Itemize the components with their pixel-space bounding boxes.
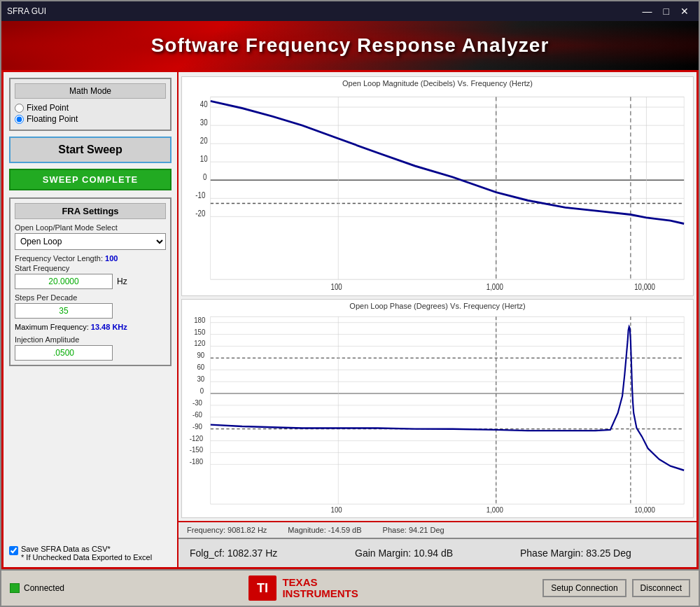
- charts-area: Open Loop Magnitude (Decibels) Vs. Frequ…: [178, 72, 696, 521]
- ph-y-neg60: -60: [192, 410, 202, 419]
- phase-info: Phase: 94.21 Deg: [383, 526, 444, 534]
- disconnect-button[interactable]: Disconnect: [632, 579, 690, 597]
- start-freq-label: Start Frequency: [15, 264, 166, 272]
- mag-y-neg20: -20: [195, 209, 205, 218]
- ph-plot-bg: [211, 316, 684, 504]
- ph-y-neg30: -30: [192, 398, 202, 407]
- mode-select[interactable]: Open Loop Plant Mode: [15, 233, 166, 250]
- frequency-value: 9081.82 Hz: [227, 526, 267, 534]
- magnitude-chart-title: Open Loop Magnitude (Decibels) Vs. Frequ…: [182, 77, 693, 89]
- window-title: SFRA GUI: [7, 6, 46, 16]
- ph-y-180: 180: [194, 316, 205, 324]
- ph-y-90: 90: [197, 351, 204, 359]
- ph-y-neg150: -150: [190, 445, 204, 454]
- inj-amp-label: Injection Amplitude: [15, 335, 166, 344]
- phase-chart-container: Open Loop Phase (Degrees) Vs. Frequency …: [181, 299, 694, 519]
- maximize-button[interactable]: □: [659, 4, 673, 18]
- steps-label: Steps Per Decade: [15, 293, 166, 302]
- magnitude-info: Magnitude: -14.59 dB: [288, 526, 361, 534]
- phase-margin-label: Phase Margin:: [520, 547, 583, 559]
- connected-indicator: [10, 583, 20, 593]
- fixed-point-row: Fixed Point: [15, 103, 166, 113]
- gain-margin-value: 10.94 dB: [414, 547, 453, 559]
- connected-label: Connected: [24, 583, 64, 593]
- magnitude-chart-inner: 40 30 20 10 0 -10 -20: [182, 89, 693, 292]
- csv-label: Save SFRA Data as CSV*: [21, 545, 152, 553]
- frequency-label: Frequency:: [187, 526, 225, 534]
- mag-plot-bg: [211, 97, 684, 280]
- ti-logo-icon: TI: [248, 575, 276, 601]
- max-freq-label: Maximum Frequency:: [15, 323, 89, 331]
- footer-left: Connected: [10, 583, 64, 593]
- start-sweep-button[interactable]: Start Sweep: [9, 137, 172, 163]
- start-freq-input[interactable]: 20.0000: [15, 274, 113, 289]
- main-content: Math Mode Fixed Point Floating Point Sta…: [1, 70, 699, 569]
- svg-text:TI: TI: [257, 581, 268, 595]
- max-freq-row: Maximum Frequency: 13.48 KHz: [15, 323, 166, 331]
- phase-chart-title: Open Loop Phase (Degrees) Vs. Frequency …: [182, 300, 693, 312]
- close-button[interactable]: ✕: [676, 4, 693, 18]
- math-mode-box: Math Mode Fixed Point Floating Point: [9, 78, 172, 131]
- magnitude-label: Magnitude:: [288, 526, 326, 534]
- floating-point-row: Floating Point: [15, 114, 166, 124]
- footer: Connected TI TEXAS INSTRUMENTS Setup Con…: [1, 569, 699, 606]
- gain-margin-label: Gain Margin:: [355, 547, 411, 559]
- ph-y-150: 150: [194, 328, 205, 336]
- max-freq-value: 13.48 KHz: [91, 323, 127, 331]
- metrics-bar: Folg_cf: 1082.37 Hz Gain Margin: 10.94 d…: [178, 538, 696, 567]
- csv-row: Save SFRA Data as CSV* * If Unchecked Da…: [9, 545, 172, 561]
- freq-vector-label: Frequency Vector Length: 100: [15, 254, 166, 263]
- ph-y-neg120: -120: [190, 434, 204, 442]
- magnitude-chart-container: Open Loop Magnitude (Decibels) Vs. Frequ…: [181, 76, 694, 296]
- mag-x-1000: 1,000: [486, 281, 503, 291]
- header-banner: Software Frequency Response Analyzer: [1, 21, 699, 70]
- ph-x-1000: 1,000: [486, 505, 503, 514]
- ph-y-0: 0: [200, 386, 204, 395]
- footer-right: Setup Connection Disconnect: [542, 579, 690, 597]
- folg-metric: Folg_cf: 1082.37 Hz: [190, 547, 355, 559]
- phase-value: 94.21 Deg: [409, 526, 444, 534]
- fixed-point-radio[interactable]: [15, 104, 24, 113]
- right-area: Open Loop Magnitude (Decibels) Vs. Frequ…: [178, 72, 696, 567]
- footer-logo-text: TEXAS INSTRUMENTS: [282, 577, 358, 600]
- fra-settings-box: FRA Settings Open Loop/Plant Mode Select…: [9, 197, 172, 366]
- ph-y-120: 120: [194, 339, 205, 347]
- mode-label: Open Loop/Plant Mode Select: [15, 223, 166, 232]
- title-bar: SFRA GUI — □ ✕: [1, 1, 699, 21]
- mag-y-40: 40: [200, 99, 208, 109]
- gain-margin-metric: Gain Margin: 10.94 dB: [355, 547, 520, 559]
- sweep-complete-button[interactable]: SWEEP COMPLETE: [9, 169, 172, 190]
- steps-input[interactable]: 35: [15, 303, 113, 319]
- minimize-button[interactable]: —: [638, 4, 657, 18]
- csv-label-container: Save SFRA Data as CSV* * If Unchecked Da…: [21, 545, 152, 561]
- ph-y-neg180: -180: [190, 457, 204, 466]
- mag-y-20: 20: [200, 136, 208, 146]
- mag-y-30: 30: [200, 118, 208, 127]
- footer-logo: TI TEXAS INSTRUMENTS: [248, 575, 358, 601]
- phase-margin-metric: Phase Margin: 83.25 Deg: [520, 547, 685, 559]
- csv-checkbox[interactable]: [9, 546, 18, 555]
- inj-amp-input[interactable]: .0500: [15, 345, 113, 361]
- frequency-info: Frequency: 9081.82 Hz: [187, 526, 267, 534]
- ph-y-60: 60: [197, 363, 204, 371]
- ph-x-10000: 10,000: [634, 505, 655, 514]
- main-window: SFRA GUI — □ ✕ Software Frequency Respon…: [0, 0, 700, 607]
- floating-point-radio[interactable]: [15, 115, 24, 124]
- mag-y-0: 0: [203, 172, 206, 182]
- freq-vector-value: 100: [105, 254, 118, 263]
- fixed-point-label: Fixed Point: [27, 103, 69, 113]
- fra-settings-title: FRA Settings: [15, 203, 166, 219]
- phase-margin-value: 83.25 Deg: [586, 547, 631, 559]
- info-bar: Frequency: 9081.82 Hz Magnitude: -14.59 …: [178, 521, 696, 538]
- mag-y-10: 10: [200, 154, 208, 164]
- folg-label: Folg_cf:: [190, 547, 225, 559]
- start-freq-row: 20.0000 Hz: [15, 274, 166, 289]
- footer-logo-line1: TEXAS: [282, 577, 358, 589]
- left-panel: Math Mode Fixed Point Floating Point Sta…: [4, 72, 178, 567]
- title-bar-left: SFRA GUI: [7, 6, 46, 16]
- setup-connection-button[interactable]: Setup Connection: [542, 579, 626, 597]
- footer-logo-line2: INSTRUMENTS: [282, 588, 358, 600]
- header-title: Software Frequency Response Analyzer: [151, 34, 550, 57]
- ph-x-100: 100: [331, 505, 342, 514]
- magnitude-value: -14.59 dB: [328, 526, 362, 534]
